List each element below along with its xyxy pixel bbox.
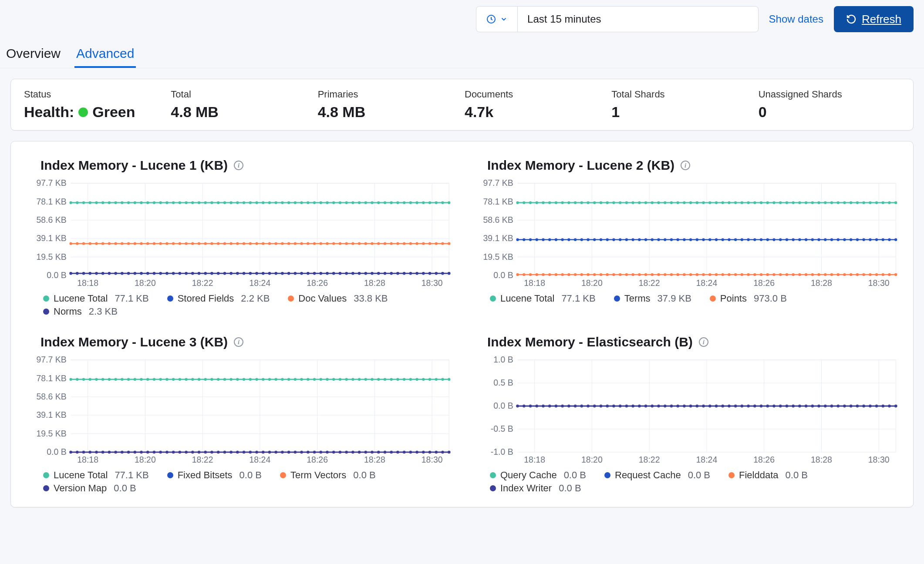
svg-point-1002 — [747, 405, 749, 407]
svg-point-999 — [728, 405, 730, 407]
svg-point-241 — [249, 272, 252, 275]
legend-swatch-icon — [43, 472, 49, 478]
svg-point-975 — [574, 405, 577, 407]
svg-text:18:18: 18:18 — [524, 278, 545, 288]
legend-name: Query Cache — [500, 470, 557, 481]
svg-point-525 — [146, 378, 149, 381]
svg-point-365 — [529, 238, 532, 241]
info-icon[interactable]: i — [681, 161, 690, 170]
svg-point-337 — [741, 201, 743, 204]
info-icon[interactable]: i — [234, 161, 243, 170]
svg-point-483 — [894, 273, 897, 276]
svg-point-738 — [339, 451, 341, 453]
legend-value: 0.0 B — [239, 470, 262, 481]
svg-point-550 — [307, 378, 309, 381]
svg-point-419 — [875, 238, 878, 241]
chevron-down-icon — [500, 15, 508, 23]
svg-point-43 — [153, 201, 155, 204]
svg-point-729 — [281, 451, 283, 453]
tab-advanced[interactable]: Advanced — [74, 46, 136, 68]
show-dates-link[interactable]: Show dates — [766, 10, 827, 28]
svg-point-63 — [281, 201, 283, 204]
svg-point-38 — [121, 201, 123, 204]
legend-item[interactable]: Request Cache0.0 B — [604, 470, 710, 481]
time-range-text[interactable]: Last 15 minutes — [518, 7, 758, 32]
legend-item[interactable]: Fixed Bitsets0.0 B — [167, 470, 262, 481]
svg-point-85 — [422, 201, 425, 204]
svg-point-441 — [625, 273, 628, 276]
info-icon[interactable]: i — [699, 337, 708, 347]
svg-point-76 — [364, 201, 367, 204]
svg-point-711 — [165, 451, 168, 453]
svg-point-206 — [416, 242, 418, 245]
svg-point-997 — [715, 405, 718, 407]
svg-point-1012 — [811, 405, 814, 407]
svg-point-435 — [587, 273, 589, 276]
svg-point-319 — [625, 201, 628, 204]
legend-swatch-icon — [167, 295, 173, 302]
chart-plot[interactable]: 0.0 B19.5 KB39.1 KB58.6 KB78.1 KB97.7 KB… — [28, 180, 453, 289]
svg-point-176 — [223, 242, 226, 245]
clock-icon — [486, 14, 496, 24]
legend-item[interactable]: Norms2.3 KB — [43, 306, 118, 317]
svg-point-60 — [262, 201, 264, 204]
chart-plot[interactable]: 0.0 B19.5 KB39.1 KB58.6 KB78.1 KB97.7 KB… — [28, 356, 453, 465]
legend-item[interactable]: Lucene Total77.1 KB — [43, 470, 149, 481]
svg-point-697 — [76, 451, 78, 453]
svg-point-268 — [422, 272, 425, 275]
legend-item[interactable]: Lucene Total77.1 KB — [490, 293, 596, 304]
svg-point-254 — [332, 272, 335, 275]
svg-point-515 — [82, 378, 85, 381]
legend-item[interactable]: Fielddata0.0 B — [728, 470, 808, 481]
legend-item[interactable]: Index Writer0.0 B — [490, 483, 581, 494]
legend-name: Term Vectors — [290, 470, 346, 481]
stat-unassigned: Unassigned Shards 0 — [759, 89, 900, 121]
time-range-quick-button[interactable] — [476, 7, 518, 32]
legend-item[interactable]: Lucene Total77.1 KB — [43, 293, 149, 304]
svg-point-59 — [255, 201, 258, 204]
health-dot-icon — [78, 107, 88, 117]
svg-point-327 — [677, 201, 679, 204]
svg-point-998 — [722, 405, 724, 407]
chart-plot[interactable]: -1.0 B-0.5 B0.0 B0.5 B1.0 B18:1818:2018:… — [475, 356, 900, 465]
refresh-button[interactable]: Refresh — [834, 6, 914, 32]
legend-item[interactable]: Stored Fields2.2 KB — [167, 293, 270, 304]
svg-point-543 — [262, 378, 264, 381]
svg-point-195 — [345, 242, 348, 245]
svg-point-536 — [217, 378, 219, 381]
info-icon[interactable]: i — [234, 337, 243, 347]
svg-point-432 — [567, 273, 570, 276]
chart-plot[interactable]: 0.0 B19.5 KB39.1 KB58.6 KB78.1 KB97.7 KB… — [475, 180, 900, 289]
legend-item[interactable]: Term Vectors0.0 B — [280, 470, 376, 481]
svg-point-172 — [198, 242, 200, 245]
svg-point-237 — [223, 272, 226, 275]
svg-point-58 — [249, 201, 252, 204]
svg-point-430 — [555, 273, 557, 276]
svg-point-219 — [108, 272, 111, 275]
svg-point-50 — [198, 201, 200, 204]
legend-name: Fielddata — [739, 470, 779, 481]
svg-point-412 — [830, 238, 833, 241]
svg-point-336 — [734, 201, 737, 204]
legend-item[interactable]: Query Cache0.0 B — [490, 470, 586, 481]
svg-point-971 — [548, 405, 551, 407]
svg-point-163 — [140, 242, 142, 245]
legend-value: 37.9 KB — [658, 293, 691, 304]
svg-point-465 — [779, 273, 782, 276]
svg-point-713 — [179, 451, 181, 453]
tab-overview[interactable]: Overview — [4, 46, 62, 68]
svg-text:18:28: 18:28 — [364, 278, 385, 288]
svg-point-36 — [108, 201, 111, 204]
legend-item[interactable]: Doc Values33.8 KB — [288, 293, 388, 304]
svg-point-320 — [631, 201, 634, 204]
legend-name: Terms — [624, 293, 651, 304]
svg-point-540 — [243, 378, 245, 381]
svg-point-258 — [358, 272, 361, 275]
legend-item[interactable]: Points973.0 B — [710, 293, 787, 304]
legend-item[interactable]: Terms37.9 KB — [614, 293, 691, 304]
svg-point-572 — [448, 378, 450, 381]
legend-item[interactable]: Version Map0.0 B — [43, 483, 136, 494]
svg-point-551 — [313, 378, 316, 381]
svg-point-371 — [567, 238, 570, 241]
svg-text:58.6 KB: 58.6 KB — [36, 215, 66, 225]
